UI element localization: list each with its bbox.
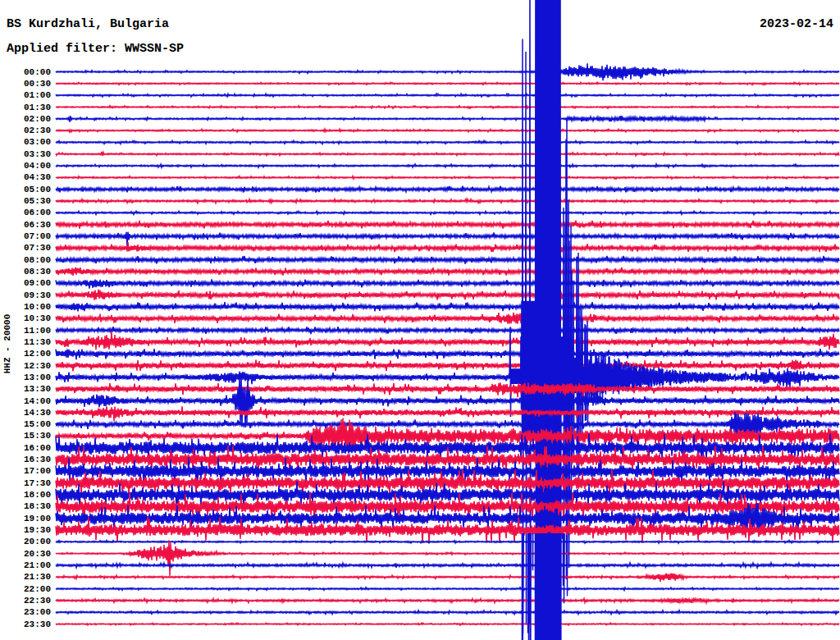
time-label-1200: 12:00 bbox=[0, 349, 51, 359]
trace-row-0200 bbox=[56, 116, 839, 122]
time-label-1230: 12:30 bbox=[0, 361, 51, 371]
time-label-0930: 09:30 bbox=[0, 290, 51, 300]
time-label-0430: 04:30 bbox=[0, 172, 51, 182]
trace-row-0100 bbox=[56, 94, 839, 97]
time-label-1000: 10:00 bbox=[0, 302, 51, 312]
trace-row-0800 bbox=[56, 256, 839, 264]
time-label-0700: 07:00 bbox=[0, 231, 51, 241]
time-label-1630: 16:30 bbox=[0, 455, 51, 464]
trace-row-0430 bbox=[56, 176, 839, 179]
time-label-2200: 22:00 bbox=[0, 584, 51, 594]
trace-row-0930 bbox=[56, 290, 839, 300]
time-label-1830: 18:30 bbox=[0, 501, 51, 511]
trace-row-1130 bbox=[56, 331, 839, 350]
trace-row-2330 bbox=[56, 623, 839, 625]
trace-row-1000 bbox=[56, 302, 839, 311]
trace-row-2230 bbox=[56, 598, 839, 603]
trace-row-1400 bbox=[56, 376, 839, 427]
time-label-0600: 06:00 bbox=[0, 208, 51, 217]
trace-row-0400 bbox=[56, 164, 839, 167]
seismogram-plot bbox=[0, 0, 840, 640]
trace-row-0730 bbox=[56, 242, 839, 252]
time-label-0230: 02:30 bbox=[0, 126, 51, 135]
time-label-2330: 23:30 bbox=[0, 619, 51, 629]
time-label-2100: 21:00 bbox=[0, 560, 51, 570]
trace-row-1100 bbox=[56, 327, 839, 334]
trace-row-2100 bbox=[56, 563, 839, 568]
time-label-0530: 05:30 bbox=[0, 196, 51, 206]
trace-row-0600 bbox=[56, 211, 839, 214]
helicorder-page: BS Kurdzhali, Bulgaria Applied filter: W… bbox=[0, 0, 840, 640]
time-label-0200: 02:00 bbox=[0, 114, 51, 124]
trace-row-0030 bbox=[56, 82, 839, 85]
time-label-1600: 16:00 bbox=[0, 443, 51, 453]
time-label-1100: 11:00 bbox=[0, 326, 51, 336]
time-label-1330: 13:30 bbox=[0, 384, 51, 394]
time-label-1700: 17:00 bbox=[0, 466, 51, 476]
trace-row-0130 bbox=[56, 106, 839, 108]
trace-row-2200 bbox=[56, 587, 839, 591]
time-label-0830: 08:30 bbox=[0, 267, 51, 277]
time-label-2300: 23:00 bbox=[0, 607, 51, 617]
time-label-2030: 20:30 bbox=[0, 549, 51, 559]
trace-row-0830 bbox=[56, 267, 839, 276]
trace-row-0900 bbox=[56, 279, 839, 288]
trace-row-2130 bbox=[56, 574, 839, 582]
time-label-0300: 03:00 bbox=[0, 137, 51, 147]
time-label-0000: 00:00 bbox=[0, 67, 51, 77]
time-label-1400: 14:00 bbox=[0, 396, 51, 406]
trace-row-2000 bbox=[56, 541, 839, 544]
time-label-1930: 19:30 bbox=[0, 525, 51, 535]
time-label-1130: 11:30 bbox=[0, 337, 51, 347]
trace-row-1330 bbox=[56, 382, 839, 397]
trace-row-2300 bbox=[56, 610, 839, 615]
time-label-1030: 10:30 bbox=[0, 313, 51, 323]
trace-row-0300 bbox=[56, 140, 839, 144]
time-label-1500: 15:00 bbox=[0, 419, 51, 429]
trace-row-2030 bbox=[56, 540, 839, 576]
trace-row-0230 bbox=[56, 129, 839, 132]
time-label-0400: 04:00 bbox=[0, 161, 51, 171]
time-label-0330: 03:30 bbox=[0, 149, 51, 159]
time-label-0730: 07:30 bbox=[0, 243, 51, 253]
time-label-1900: 19:00 bbox=[0, 514, 51, 523]
time-label-0130: 01:30 bbox=[0, 103, 51, 112]
time-label-0630: 06:30 bbox=[0, 220, 51, 230]
trace-row-0330 bbox=[56, 152, 839, 156]
time-label-2000: 20:00 bbox=[0, 537, 51, 546]
time-label-1730: 17:30 bbox=[0, 478, 51, 488]
time-label-0800: 08:00 bbox=[0, 255, 51, 265]
trace-row-0530 bbox=[56, 199, 839, 203]
trace-row-1030 bbox=[56, 313, 839, 324]
time-label-0100: 01:00 bbox=[0, 90, 51, 100]
time-label-1430: 14:30 bbox=[0, 408, 51, 418]
time-label-2230: 22:30 bbox=[0, 596, 51, 606]
trace-row-0500 bbox=[56, 186, 839, 193]
trace-row-0700 bbox=[56, 232, 839, 246]
trace-row-1200 bbox=[56, 349, 839, 359]
trace-row-1430 bbox=[56, 406, 839, 421]
time-label-1800: 18:00 bbox=[0, 490, 51, 500]
time-label-2130: 21:30 bbox=[0, 572, 51, 582]
time-label-0030: 00:30 bbox=[0, 79, 51, 89]
trace-row-0630 bbox=[56, 221, 839, 229]
trace-row-1230 bbox=[56, 360, 839, 372]
trace-row-0000 bbox=[56, 63, 839, 80]
time-label-1300: 13:00 bbox=[0, 373, 51, 382]
time-label-0500: 05:00 bbox=[0, 185, 51, 194]
time-label-0900: 09:00 bbox=[0, 278, 51, 288]
time-label-1530: 15:30 bbox=[0, 431, 51, 441]
